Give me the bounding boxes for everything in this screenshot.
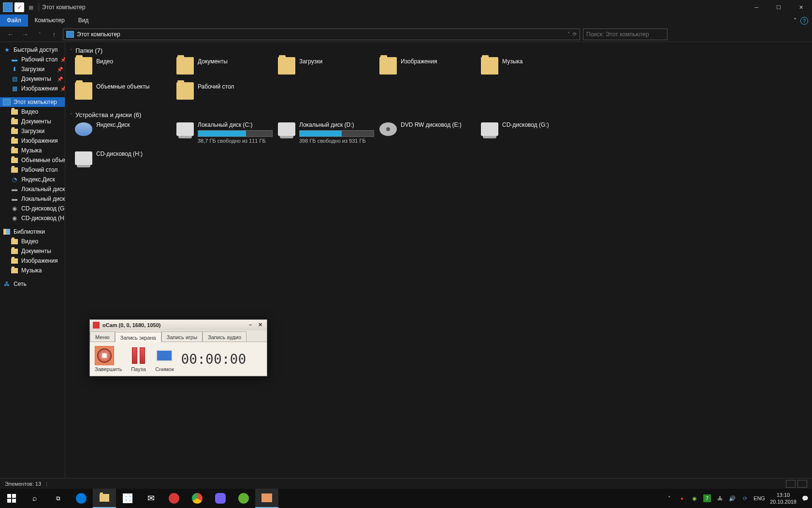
sidebar-documents[interactable]: ▤Документы📌 (0, 74, 65, 84)
taskbar-ocam[interactable] (255, 489, 278, 508)
tray-record-icon[interactable]: ● (678, 494, 686, 502)
sidebar-quick-access[interactable]: ★Быстрый доступ (0, 45, 65, 55)
address-input[interactable] (77, 31, 565, 38)
search-box[interactable] (583, 29, 667, 40)
ribbon-expand-icon[interactable]: ˅ (794, 17, 797, 24)
view-large-button[interactable] (798, 480, 807, 488)
taskbar-chrome[interactable] (186, 489, 209, 508)
taskbar-mail[interactable]: ✉ (139, 489, 162, 508)
sidebar-pc-item[interactable]: Видео (0, 107, 65, 117)
folder-item[interactable]: Музыка (481, 57, 582, 77)
sidebar-pc-item[interactable]: Рабочий стол (0, 165, 65, 175)
folder-item[interactable]: Документы (176, 57, 278, 77)
pin-icon: 📌 (57, 76, 63, 82)
drive-item[interactable]: CD-дисковод (G:) (481, 121, 582, 146)
ocam-close-button[interactable]: ✕ (256, 322, 264, 329)
sidebar-pictures[interactable]: ▦Изображения📌 (0, 84, 65, 93)
folder-item[interactable]: Объемные объекты (75, 82, 176, 103)
address-dropdown-icon[interactable]: ˅ (567, 31, 570, 37)
taskbar-store[interactable]: ⛶ (116, 489, 139, 508)
minimize-button[interactable]: ─ (745, 0, 768, 15)
folder-item[interactable]: Изображения (379, 57, 481, 77)
address-refresh-icon[interactable]: ⟳ (573, 31, 577, 37)
folder-item[interactable]: Рабочий стол (176, 82, 278, 103)
group-devices-header[interactable]: ˅Устройства и диски (6) (70, 111, 807, 119)
sidebar-pc-item[interactable]: Загрузки (0, 126, 65, 136)
sidebar-desktop[interactable]: ▬Рабочий стол📌 (0, 55, 65, 64)
sidebar-pc-item[interactable]: ◉CD-дисковод (G:) (0, 204, 65, 213)
qat-properties-icon[interactable]: ✓ (14, 2, 24, 12)
taskbar-edge[interactable] (70, 489, 93, 508)
tab-view[interactable]: Вид (72, 15, 96, 27)
ocam-tab-menu[interactable]: Меню (90, 331, 115, 342)
tray-app-icon[interactable]: 7 (703, 494, 711, 502)
tray-network-icon[interactable]: 🖧 (716, 494, 724, 502)
sidebar-this-pc[interactable]: Этот компьютер (0, 97, 65, 107)
sidebar-pc-item[interactable]: ▬Локальный диск (D:) (0, 194, 65, 204)
ocam-snapshot-button[interactable]: Снимок (155, 346, 174, 372)
folder-item[interactable]: Загрузки (278, 57, 379, 77)
ocam-pause-button[interactable]: Пауза (129, 346, 148, 372)
ocam-stop-button[interactable]: Завершить ↖ (95, 346, 122, 372)
address-bar[interactable]: ˅ ⟳ (63, 29, 580, 40)
folder-item[interactable]: Видео (75, 57, 176, 77)
nav-forward-button[interactable]: → (19, 29, 31, 40)
group-folders-header[interactable]: ˅Папки (7) (70, 47, 807, 54)
drive-item[interactable]: Яндекс.Диск (75, 121, 176, 146)
taskbar-viber[interactable] (209, 489, 232, 508)
ocam-tab-audio[interactable]: Запись аудио (203, 331, 246, 342)
ocam-tab-screen[interactable]: Запись экрана (115, 332, 161, 342)
folder-icon (176, 82, 194, 100)
view-details-button[interactable] (786, 480, 796, 488)
maximize-button[interactable]: ☐ (768, 0, 790, 15)
tray-language[interactable]: ENG (754, 495, 765, 501)
task-view-button[interactable]: ⧉ (46, 489, 70, 508)
sidebar-pc-item[interactable]: ◉CD-дисковод (H:) (0, 213, 65, 223)
sidebar-pc-item[interactable]: ◔Яндекс.Диск (0, 175, 65, 184)
sidebar-pc-item[interactable]: Документы (0, 117, 65, 126)
chevron-down-icon: ˅ (70, 48, 72, 53)
drive-item[interactable]: DVD RW дисковод (E:) (379, 121, 481, 146)
tray-sync-icon[interactable]: ⟳ (741, 494, 749, 502)
search-input[interactable] (586, 31, 664, 38)
tray-app-icon[interactable]: ◉ (691, 494, 698, 502)
sidebar-lib-item[interactable]: Музыка (0, 266, 65, 275)
sidebar-libraries[interactable]: Библиотеки (0, 227, 65, 237)
sidebar-pc-item[interactable]: Изображения (0, 136, 65, 146)
tray-volume-icon[interactable]: 🔊 (728, 494, 736, 502)
tray-overflow-icon[interactable]: ˄ (666, 494, 673, 502)
sidebar-network[interactable]: 🖧Сеть (0, 279, 65, 289)
chevron-down-icon: ˅ (70, 113, 72, 118)
drive-item[interactable]: Локальный диск (D:)398 ГБ свободно из 93… (278, 121, 379, 146)
nav-back-button[interactable]: ← (5, 29, 16, 40)
sidebar-downloads[interactable]: ⬇Загрузки📌 (0, 64, 65, 74)
tab-computer[interactable]: Компьютер (28, 15, 72, 27)
sidebar-pc-item[interactable]: ▬Локальный диск (C:) (0, 184, 65, 194)
sidebar-lib-item[interactable]: Документы (0, 246, 65, 256)
nav-recent-dropdown[interactable]: ˅ (34, 29, 45, 40)
drive-item[interactable]: Локальный диск (C:)38,7 ГБ свободно из 1… (176, 121, 278, 146)
tab-file[interactable]: Файл (0, 15, 28, 27)
tray-clock[interactable]: 13:10 20.10.2018 (770, 492, 797, 506)
ocam-tab-game[interactable]: Запись игры (161, 331, 203, 342)
taskbar-explorer[interactable] (93, 489, 116, 508)
search-button[interactable]: ⌕ (23, 489, 46, 508)
sidebar-pc-item[interactable]: Объемные объекты (0, 155, 65, 165)
drive-item[interactable]: CD-дисковод (H:) (75, 150, 176, 175)
close-button[interactable]: ✕ (790, 0, 812, 15)
sidebar-lib-item[interactable]: Видео (0, 237, 65, 246)
sidebar-pc-item[interactable]: Музыка (0, 146, 65, 155)
ocam-window: oCam (0, 0, 1680, 1050) – ✕ Меню Запись … (89, 319, 267, 376)
nav-up-button[interactable]: ↑ (48, 29, 60, 40)
qat-new-folder-icon[interactable]: ▦ (26, 2, 36, 12)
folder-icon (379, 57, 397, 75)
ocam-minimize-button[interactable]: – (246, 322, 254, 329)
taskbar-utorrent[interactable] (232, 489, 255, 508)
app-icon (3, 2, 13, 12)
taskbar-opera[interactable] (162, 489, 186, 508)
ocam-titlebar[interactable]: oCam (0, 0, 1680, 1050) – ✕ (90, 320, 267, 330)
help-icon[interactable]: ? (800, 17, 808, 25)
sidebar-lib-item[interactable]: Изображения (0, 256, 65, 266)
start-button[interactable] (0, 489, 23, 508)
tray-notifications-icon[interactable]: 💬 (801, 494, 809, 502)
